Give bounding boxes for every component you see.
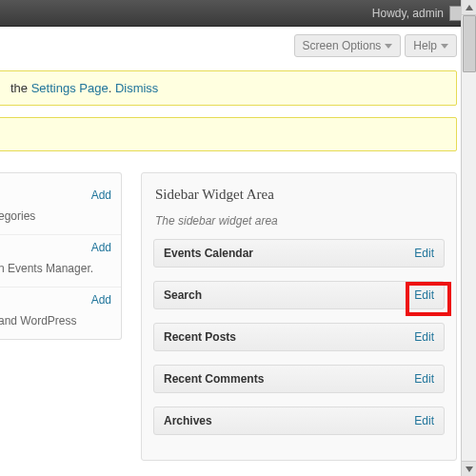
help-button[interactable]: Help — [405, 34, 457, 57]
screen-meta-links: Screen Options Help — [0, 34, 476, 57]
available-widgets-column: Add egories Add n Events Manager. Add an… — [0, 172, 122, 340]
screen-options-button[interactable]: Screen Options — [294, 34, 402, 57]
scroll-down-button[interactable] — [462, 461, 476, 476]
help-label: Help — [413, 39, 437, 52]
widget-add-row: Add — [0, 183, 121, 208]
widget-name: Recent Posts — [164, 330, 236, 344]
sidebar-widget-area-column: Sidebar Widget Area The sidebar widget a… — [141, 172, 457, 461]
admin-notice-secondary — [0, 117, 457, 151]
screen-options-label: Screen Options — [303, 39, 382, 52]
widget-search[interactable]: Search Edit — [153, 281, 445, 309]
dismiss-link[interactable]: Dismiss — [115, 81, 159, 95]
content: Screen Options Help the Settings Page. D… — [0, 27, 476, 476]
widget-desc: egories — [0, 208, 121, 234]
settings-page-link[interactable]: Settings Page — [31, 81, 109, 95]
widget-item: Add n Events Manager. — [0, 234, 121, 287]
edit-link[interactable]: Edit — [414, 372, 434, 386]
notice-sep: . — [109, 81, 115, 95]
add-link[interactable]: Add — [91, 188, 111, 202]
widget-name: Events Calendar — [164, 247, 253, 260]
widget-add-row: Add — [0, 288, 121, 312]
widget-recent-comments[interactable]: Recent Comments Edit — [153, 365, 445, 393]
widget-name: Search — [164, 288, 202, 302]
widget-name: Archives — [164, 414, 212, 427]
edit-link[interactable]: Edit — [414, 247, 434, 260]
widget-add-row: Add — [0, 235, 121, 260]
widget-item: Add egories — [0, 173, 121, 234]
scroll-up-button[interactable] — [462, 0, 476, 15]
triangle-down-icon — [466, 466, 473, 472]
widget-area-title: Sidebar Widget Area — [153, 183, 445, 210]
admin-notice: the Settings Page. Dismiss — [0, 70, 457, 106]
chevron-down-icon — [385, 44, 392, 49]
available-widgets-panel: Add egories Add n Events Manager. Add an… — [0, 172, 122, 340]
widget-desc: n Events Manager. — [0, 260, 121, 287]
widget-columns: Add egories Add n Events Manager. Add an… — [0, 163, 476, 461]
admin-toolbar: Howdy, admin — [0, 0, 476, 27]
add-link[interactable]: Add — [91, 293, 111, 307]
add-link[interactable]: Add — [91, 241, 111, 254]
widget-name: Recent Comments — [164, 372, 264, 386]
widget-desc: and WordPress — [0, 312, 121, 339]
edit-link[interactable]: Edit — [414, 414, 434, 427]
triangle-up-icon — [466, 5, 473, 10]
widget-item: Add and WordPress — [0, 287, 121, 339]
sidebar-widget-area: Sidebar Widget Area The sidebar widget a… — [141, 172, 457, 461]
widget-area-desc: The sidebar widget area — [153, 210, 445, 239]
scroll-thumb[interactable] — [463, 15, 476, 72]
edit-link[interactable]: Edit — [414, 330, 434, 344]
widget-events-calendar[interactable]: Events Calendar Edit — [153, 239, 445, 268]
notice-prefix: the — [10, 81, 31, 95]
widget-recent-posts[interactable]: Recent Posts Edit — [153, 323, 445, 351]
vertical-scrollbar[interactable] — [461, 0, 476, 476]
howdy-text[interactable]: Howdy, admin — [372, 7, 444, 20]
widget-archives[interactable]: Archives Edit — [153, 407, 445, 435]
chevron-down-icon — [441, 44, 448, 49]
edit-link[interactable]: Edit — [414, 288, 434, 302]
